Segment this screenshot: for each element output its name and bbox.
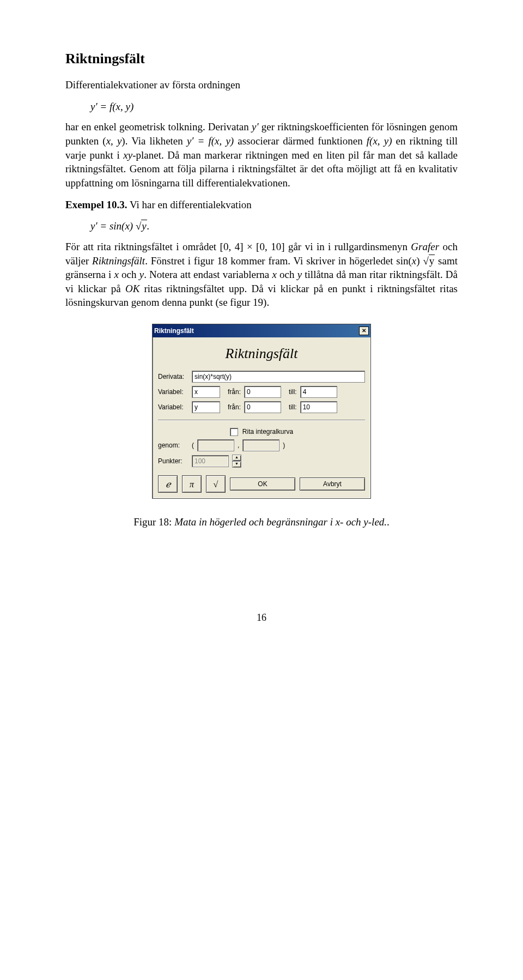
example-heading: Exempel 10.3. Vi har en differentialekva… <box>65 198 458 212</box>
var1-from-input[interactable]: 0 <box>244 386 281 398</box>
text: och <box>277 269 297 280</box>
var2-to-input[interactable]: 10 <box>300 401 337 413</box>
close-icon[interactable]: ✕ <box>359 326 369 335</box>
text: ). Via likheten <box>121 135 187 147</box>
math: x, y <box>106 135 122 147</box>
divider <box>158 420 365 421</box>
button-row: ℯ π √ OK Avbryt <box>158 475 365 493</box>
paragraph-1: har en enkel geometrisk tolkning. Deriva… <box>65 120 458 190</box>
comma: , <box>238 441 239 450</box>
genom-label: genom: <box>158 441 188 450</box>
chevron-up-icon[interactable]: ▲ <box>232 455 241 461</box>
punkter-input[interactable]: 100 <box>192 455 229 467</box>
derivata-label: Derivata: <box>158 372 188 381</box>
caption-label: Figur 18: <box>133 516 174 528</box>
fran-label: från: <box>228 388 241 396</box>
integralkurva-checkbox[interactable] <box>230 428 238 436</box>
genom-y-input[interactable] <box>242 439 279 451</box>
dialog-heading: Riktningsfält <box>158 344 365 363</box>
genom-row: genom: ( , ) <box>158 439 365 451</box>
sqrt-icon: y <box>423 254 435 268</box>
math: xy <box>123 149 132 161</box>
radicand: y <box>429 255 435 267</box>
var2-from-input[interactable]: 0 <box>244 401 281 413</box>
intro-line: Differentialekvationer av första ordning… <box>65 78 458 92</box>
radicand: y <box>141 220 147 232</box>
fran-label: från: <box>228 403 241 412</box>
math: f(x, y) <box>367 135 392 147</box>
caption-end: . <box>387 516 390 528</box>
cancel-button[interactable]: Avbryt <box>300 477 365 491</box>
menu-name-1: Grafer <box>411 241 439 252</box>
chevron-down-icon[interactable]: ▼ <box>232 461 241 468</box>
derivata-input[interactable]: sin(x)*sqrt(y) <box>192 371 365 383</box>
page-number: 16 <box>65 611 458 624</box>
math: y′ <box>252 121 259 132</box>
variabel-label: Variabel: <box>158 403 188 412</box>
till-label: till: <box>289 388 297 396</box>
math: x <box>272 269 276 280</box>
text: och <box>119 269 139 280</box>
derivata-row: Derivata: sin(x)*sqrt(y) <box>158 371 365 383</box>
text: Vi har en differentialekvation <box>127 199 251 210</box>
punkter-label: Punkter: <box>158 457 188 465</box>
genom-x-input[interactable] <box>197 439 234 451</box>
dialog-body: Riktningsfält Derivata: sin(x)*sqrt(y) V… <box>153 337 370 498</box>
ok-button[interactable]: OK <box>230 477 295 491</box>
var1-row: Variabel: x från: 0 till: 4 <box>158 386 365 398</box>
var2-row: Variabel: y från: 0 till: 10 <box>158 401 365 413</box>
sqrt-icon: y <box>136 219 147 233</box>
math: x <box>412 255 416 267</box>
text: har en enkel geometrisk tolkning. Deriva… <box>65 121 252 132</box>
paren-l: ( <box>192 441 194 450</box>
var1-to-input[interactable]: 4 <box>300 386 337 398</box>
figure-18: Riktningsfält ✕ Riktningsfält Derivata: … <box>65 324 458 499</box>
section-heading: Riktningsfält <box>65 49 458 68</box>
paren-r: ) <box>283 441 285 450</box>
punkter-spinner[interactable]: ▲ ▼ <box>232 455 241 468</box>
math: y′ = f(x, y) <box>187 135 234 147</box>
paragraph-2: För att rita riktningsfältet i området [… <box>65 240 458 310</box>
var1-input[interactable]: x <box>192 386 220 398</box>
equation-2: y′ = sin(x) y. <box>90 219 458 233</box>
figure-caption: Figur 18: Mata in högerled och begränsni… <box>65 515 458 529</box>
example-label: Exempel 10.3. <box>65 199 127 210</box>
math: y′ = sin(x) <box>90 220 136 232</box>
text: associerar därmed funktionen <box>234 135 367 147</box>
sqrt-button[interactable]: √ <box>206 475 226 493</box>
text: För att rita riktningsfältet i området [… <box>65 241 411 252</box>
math: x <box>114 269 118 280</box>
ok-ref: OK <box>125 283 139 294</box>
text: . Fönstret i figur 18 kommer fram. Vi sk… <box>145 255 412 267</box>
integralkurva-label: Rita integralkurva <box>242 427 293 436</box>
text: . <box>147 220 150 232</box>
window-title: Riktningsfält <box>154 326 194 335</box>
text: ) <box>416 255 423 267</box>
pi-button[interactable]: π <box>182 475 202 493</box>
equation-1: y′ = f(x, y) <box>90 100 458 114</box>
variabel-label: Variabel: <box>158 388 188 396</box>
till-label: till: <box>289 403 297 412</box>
caption-text: Mata in högerled och begränsningar i x- … <box>174 516 387 528</box>
titlebar[interactable]: Riktningsfält ✕ <box>153 324 370 337</box>
math: y <box>139 269 144 280</box>
integralkurva-row: Rita integralkurva <box>158 427 365 436</box>
menu-name-2: Riktningsfält <box>92 255 145 267</box>
text: . Notera att endast variablerna <box>144 269 272 280</box>
var2-input[interactable]: y <box>192 401 220 413</box>
math: y <box>297 269 302 280</box>
e-button[interactable]: ℯ <box>158 475 178 493</box>
punkter-row: Punkter: 100 ▲ ▼ <box>158 455 365 468</box>
riktningsfalt-dialog: Riktningsfält ✕ Riktningsfält Derivata: … <box>152 324 371 499</box>
